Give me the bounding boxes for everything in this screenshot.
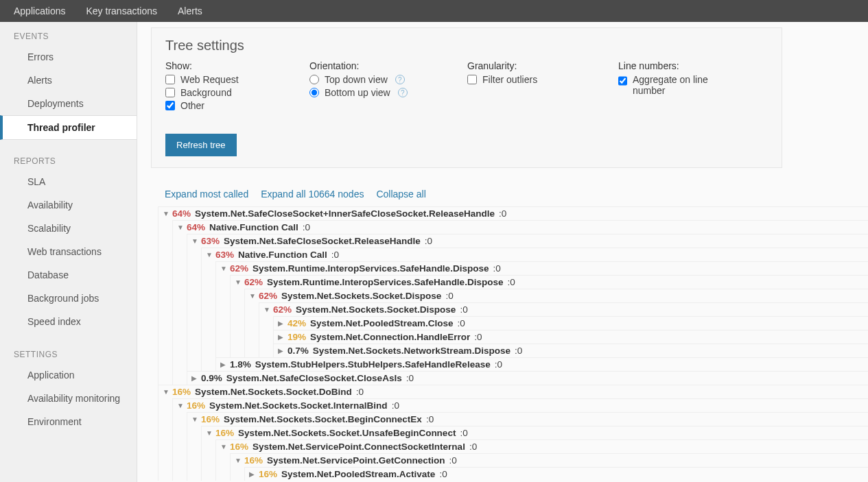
- chevron-down-icon[interactable]: ▼: [163, 388, 169, 396]
- chevron-right-icon[interactable]: ▶: [191, 374, 198, 382]
- tree-node-pct: 0.7%: [288, 346, 309, 356]
- tree-node-line: :0: [439, 469, 447, 479]
- chevron-down-icon[interactable]: ▼: [220, 265, 227, 272]
- nav-key-transactions[interactable]: Key transactions: [86, 5, 158, 16]
- sidebar-group-title: EVENTS: [0, 27, 137, 45]
- orientation-top-down-radio[interactable]: [309, 75, 319, 84]
- tree-node-head[interactable]: ▼16% System.Net.Sockets.Socket.InternalB…: [173, 399, 868, 412]
- tree-node-method: System.Net.SafeCloseSocket.CloseAsIs: [226, 373, 402, 383]
- chevron-down-icon[interactable]: ▼: [220, 443, 227, 450]
- sidebar-item-web-transactions[interactable]: Web transactions: [0, 240, 137, 263]
- chevron-down-icon[interactable]: ▼: [177, 402, 184, 409]
- tree-node: ▶42% System.Net.PooledStream.Close :0: [273, 316, 868, 330]
- filter-outliers-checkbox[interactable]: [467, 75, 477, 84]
- show-web-request[interactable]: Web Request: [165, 74, 261, 85]
- tree-node-head[interactable]: ▼16% System.Net.Sockets.Socket.UnsafeBeg…: [202, 426, 868, 439]
- chevron-down-icon[interactable]: ▼: [249, 292, 256, 300]
- tree-node-head[interactable]: ▼63% System.Net.SafeCloseSocket.ReleaseH…: [187, 234, 868, 248]
- orientation-bottom-up-radio[interactable]: [309, 88, 319, 97]
- tree-node-head[interactable]: ▶0.7% System.Net.Sockets.NetworkStream.D…: [274, 344, 868, 357]
- sidebar-item-errors[interactable]: Errors: [0, 45, 137, 69]
- tree-node-method: System.Net.SafeCloseSocket+InnerSafeClos…: [195, 208, 495, 219]
- tree-node-head[interactable]: ▼16% System.Net.ServicePoint.ConnectSock…: [216, 440, 868, 453]
- tree-node-head[interactable]: ▼62% System.Runtime.InteropServices.Safe…: [216, 262, 868, 275]
- chevron-right-icon[interactable]: ▶: [249, 470, 256, 478]
- tree-node-method: System.Net.ServicePoint.ConnectSocketInt…: [253, 442, 465, 452]
- refresh-tree-button[interactable]: Refresh tree: [165, 134, 237, 156]
- chevron-down-icon[interactable]: ▼: [191, 237, 198, 245]
- chevron-down-icon[interactable]: ▼: [163, 210, 169, 217]
- tree-node-pct: 64%: [172, 208, 191, 219]
- tree-node-pct: 19%: [288, 332, 306, 342]
- sidebar-item-application[interactable]: Application: [0, 363, 137, 387]
- tree-node-head[interactable]: ▶19% System.Net.Connection.HandleError :…: [274, 330, 868, 344]
- sidebar-item-background-jobs[interactable]: Background jobs: [0, 287, 137, 310]
- tree-node-head[interactable]: ▼64% System.Net.SafeCloseSocket+InnerSaf…: [159, 207, 868, 220]
- filter-outliers[interactable]: Filter outliers: [467, 74, 570, 85]
- show-background[interactable]: Background: [165, 87, 261, 98]
- expand-all-link[interactable]: Expand all 10664 nodes: [261, 189, 364, 200]
- show-other-checkbox[interactable]: [165, 101, 175, 110]
- chevron-right-icon[interactable]: ▶: [278, 320, 285, 327]
- help-icon[interactable]: ?: [398, 88, 408, 97]
- tree-node-head[interactable]: ▶42% System.Net.PooledStream.Close :0: [274, 317, 868, 330]
- tree-node: ▼64% System.Net.SafeCloseSocket+InnerSaf…: [158, 206, 868, 385]
- tree-node-head[interactable]: ▼16% System.Net.Sockets.Socket.BeginConn…: [187, 413, 868, 426]
- tree-node-head[interactable]: ▼62% System.Net.Sockets.Socket.Dispose :…: [245, 289, 868, 302]
- sidebar-item-scalability[interactable]: Scalability: [0, 217, 137, 240]
- chevron-down-icon[interactable]: ▼: [235, 278, 242, 286]
- tree-node-head[interactable]: ▼16% System.Net.Sockets.Socket.DoBind :0: [159, 385, 868, 398]
- orientation-bottom-up[interactable]: Bottom up view ?: [309, 87, 419, 98]
- tree-node-pct: 62%: [244, 277, 263, 287]
- tree-node-head[interactable]: ▼63% Native.Function Call :0: [202, 248, 868, 261]
- show-other[interactable]: Other: [165, 100, 261, 111]
- expand-most-called-link[interactable]: Expand most called: [165, 189, 248, 200]
- tree-node: ▼62% System.Net.Sockets.Socket.Dispose :…: [259, 302, 868, 357]
- tree-node-head[interactable]: ▼16% System.Net.ServicePoint.GetConnecti…: [231, 454, 868, 467]
- sidebar-item-alerts[interactable]: Alerts: [0, 69, 137, 92]
- sidebar-item-database[interactable]: Database: [0, 263, 137, 287]
- tree-actions: Expand most called Expand all 10664 node…: [165, 189, 868, 200]
- orientation-top-down[interactable]: Top down view ?: [309, 74, 419, 85]
- tree-node-head[interactable]: ▶1.8% System.StubHelpers.StubHelpers.Saf…: [216, 358, 868, 371]
- tree-node-head[interactable]: ▶16% System.Net.PooledStream.Activate :0: [245, 468, 868, 481]
- nav-applications[interactable]: Applications: [14, 5, 66, 16]
- aggregate-line-number[interactable]: Aggregate on line number: [618, 74, 714, 96]
- tree-node-head[interactable]: ▼62% System.Net.Sockets.Socket.Dispose :…: [259, 303, 868, 316]
- chevron-down-icon[interactable]: ▼: [206, 251, 213, 258]
- tree-node-head[interactable]: ▼64% Native.Function Call :0: [173, 221, 868, 234]
- chevron-right-icon[interactable]: ▶: [278, 333, 285, 341]
- sidebar-group-title: REPORTS: [0, 152, 137, 170]
- tree-node-pct: 42%: [288, 318, 306, 328]
- sidebar-item-availability-monitoring[interactable]: Availability monitoring: [0, 387, 137, 410]
- tree-node-head[interactable]: ▶0.9% System.Net.SafeCloseSocket.CloseAs…: [187, 372, 868, 385]
- chevron-down-icon[interactable]: ▼: [206, 429, 213, 437]
- tree-node-method: System.Net.PooledStream.Activate: [281, 469, 435, 479]
- chevron-right-icon[interactable]: ▶: [278, 347, 285, 354]
- sidebar-item-availability[interactable]: Availability: [0, 193, 137, 217]
- sidebar-item-thread-profiler[interactable]: Thread profiler: [0, 115, 137, 140]
- chevron-down-icon[interactable]: ▼: [235, 457, 242, 464]
- nav-alerts[interactable]: Alerts: [178, 5, 202, 16]
- show-web-request-checkbox[interactable]: [165, 75, 175, 84]
- collapse-all-link[interactable]: Collapse all: [376, 189, 425, 200]
- tree-node: ▼63% System.Net.SafeCloseSocket.ReleaseH…: [187, 234, 868, 371]
- tree-node-method: System.Net.ServicePoint.GetConnection: [267, 455, 445, 466]
- chevron-down-icon[interactable]: ▼: [263, 306, 270, 313]
- chevron-down-icon[interactable]: ▼: [177, 224, 184, 231]
- main-content: Tree settings Show: Web Request Backgrou…: [137, 22, 868, 482]
- show-background-checkbox[interactable]: [165, 88, 175, 97]
- tree-node: ▼16% System.Net.ServicePoint.ConnectSock…: [215, 439, 868, 481]
- help-icon[interactable]: ?: [395, 75, 405, 84]
- tree-node: ▼16% System.Net.Sockets.Socket.InternalB…: [172, 398, 868, 481]
- tree-node-line: :0: [495, 359, 502, 370]
- tree-node-head[interactable]: ▼62% System.Runtime.InteropServices.Safe…: [231, 276, 868, 289]
- sidebar-item-speed-index[interactable]: Speed index: [0, 310, 137, 333]
- sidebar-item-environment[interactable]: Environment: [0, 410, 137, 433]
- sidebar-item-deployments[interactable]: Deployments: [0, 92, 137, 115]
- sidebar-item-sla[interactable]: SLA: [0, 170, 137, 193]
- aggregate-label: Aggregate on line number: [633, 74, 714, 96]
- chevron-down-icon[interactable]: ▼: [191, 415, 198, 423]
- chevron-right-icon[interactable]: ▶: [220, 361, 227, 368]
- aggregate-checkbox[interactable]: [618, 76, 627, 86]
